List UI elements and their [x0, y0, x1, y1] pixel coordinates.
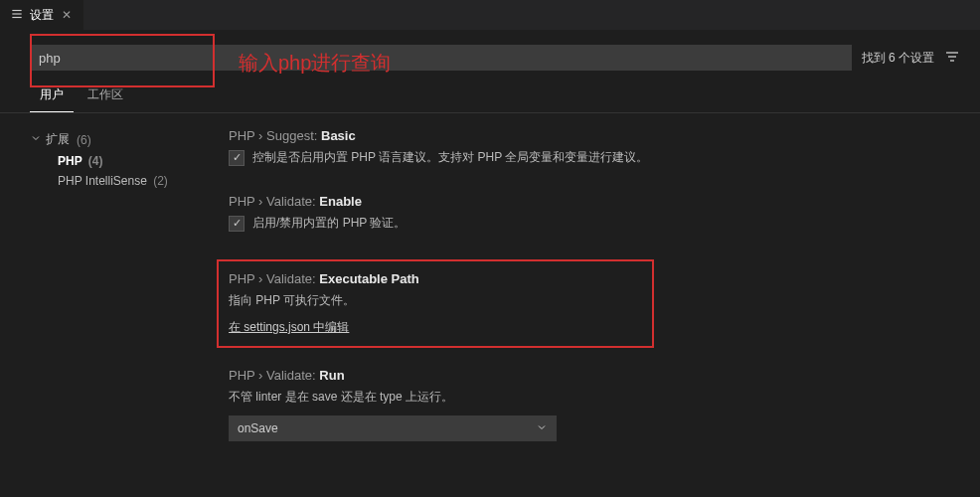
chevron-down-icon [536, 421, 548, 436]
settings-list: PHP › Suggest: Basic ✓ 控制是否启用内置 PHP 语言建议… [219, 128, 950, 469]
setting-desc: ✓ 控制是否启用内置 PHP 语言建议。支持对 PHP 全局变量和变量进行建议。 [229, 149, 950, 166]
tab-user[interactable]: 用户 [30, 81, 74, 112]
search-input[interactable] [39, 51, 843, 66]
content: 扩展 (6) PHP (4) PHP IntelliSense (2) PHP … [0, 113, 980, 484]
edit-in-settings-json-link[interactable]: 在 settings.json 中编辑 [229, 320, 349, 334]
setting-desc: 指向 PHP 可执行文件。 在 settings.json 中编辑 [229, 292, 642, 336]
tree-child-php[interactable]: PHP (4) [30, 151, 219, 171]
setting-php-suggest-basic: PHP › Suggest: Basic ✓ 控制是否启用内置 PHP 语言建议… [229, 128, 950, 166]
tab-bar: 设置 ✕ [0, 0, 980, 30]
setting-desc: 不管 linter 是在 save 还是在 type 上运行。 onSave [229, 389, 950, 441]
setting-php-validate-run: PHP › Validate: Run 不管 linter 是在 save 还是… [229, 368, 950, 441]
results-count: 找到 6 个设置 [862, 50, 934, 67]
setting-php-validate-executable-path: PHP › Validate: Executable Path 指向 PHP 可… [229, 271, 642, 336]
tab-workspace[interactable]: 工作区 [78, 81, 133, 112]
tab-label: 设置 [30, 7, 54, 24]
tree-count: (2) [153, 174, 168, 188]
setting-title: PHP › Suggest: Basic [229, 128, 950, 143]
tree-count: (6) [77, 133, 91, 147]
settings-tree: 扩展 (6) PHP (4) PHP IntelliSense (2) [30, 128, 219, 469]
close-icon[interactable]: ✕ [60, 8, 74, 22]
setting-title: PHP › Validate: Run [229, 368, 950, 383]
setting-title: PHP › Validate: Enable [229, 194, 950, 209]
scope-tabs: 用户 工作区 [0, 81, 980, 113]
tab-settings[interactable]: 设置 ✕ [0, 0, 83, 30]
checkbox[interactable]: ✓ [229, 216, 245, 232]
tree-child-php-intellisense[interactable]: PHP IntelliSense (2) [30, 171, 219, 191]
tree-label: PHP [58, 154, 82, 168]
setting-php-validate-enable: PHP › Validate: Enable ✓ 启用/禁用内置的 PHP 验证… [229, 194, 950, 232]
select-run[interactable]: onSave [229, 415, 557, 441]
setting-desc: ✓ 启用/禁用内置的 PHP 验证。 [229, 215, 950, 232]
search-area: 找到 6 个设置 [0, 30, 980, 81]
filter-icon[interactable] [944, 49, 960, 68]
chevron-down-icon [30, 132, 42, 147]
checkbox[interactable]: ✓ [229, 150, 245, 166]
annotation-box-setting: PHP › Validate: Executable Path 指向 PHP 可… [217, 259, 654, 348]
tree-node-extensions[interactable]: 扩展 (6) [30, 128, 219, 151]
tree-count: (4) [88, 154, 103, 168]
setting-title: PHP › Validate: Executable Path [229, 271, 642, 286]
settings-icon [10, 7, 24, 24]
search-box[interactable] [30, 45, 852, 71]
tree-label: PHP IntelliSense [58, 174, 147, 188]
tree-label: 扩展 [46, 131, 70, 148]
